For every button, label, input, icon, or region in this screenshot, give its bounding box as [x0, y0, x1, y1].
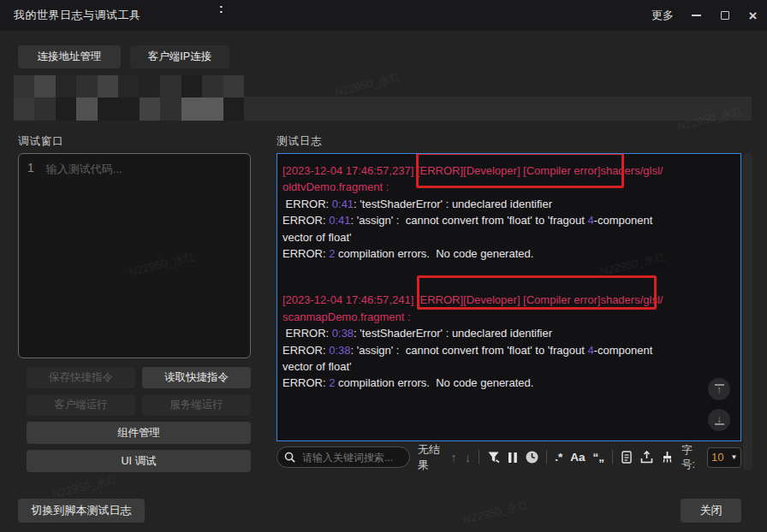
- server-run-button[interactable]: 服务端运行: [142, 394, 251, 416]
- line-number: 1: [27, 161, 34, 351]
- ui-debug-button[interactable]: UI 调试: [27, 450, 251, 472]
- tab-connection-address[interactable]: 连接地址管理: [18, 45, 121, 68]
- watermark: N22950_永红: [333, 69, 402, 101]
- search-input[interactable]: [300, 451, 396, 464]
- regex-icon[interactable]: .*: [555, 451, 562, 464]
- toolbar-separator: [546, 450, 547, 464]
- quotes-icon[interactable]: “„: [593, 451, 605, 464]
- load-shortcut-button[interactable]: 读取快捷指令: [142, 367, 251, 388]
- log-line: [2023-12-04 17:46:57,237] [ERROR][Develo…: [282, 163, 735, 179]
- filter-icon[interactable]: [487, 451, 500, 464]
- log-line: [2023-12-04 17:46:57,241] [ERROR][Develo…: [282, 292, 735, 308]
- redacted-colon: :: [219, 2, 223, 15]
- close-icon: ×: [749, 9, 758, 23]
- test-code-editor[interactable]: 1 输入测试代码...: [18, 153, 251, 358]
- close-button[interactable]: ×: [739, 0, 767, 31]
- title-bar: 我的世界日志与调试工具 更多 ×: [0, 0, 767, 31]
- search-box[interactable]: [276, 446, 410, 468]
- log-line: vector of float': [282, 358, 735, 375]
- toolbar-separator: [612, 450, 613, 464]
- tab-client-ip[interactable]: 客户端IP连接: [130, 45, 229, 68]
- clear-log-icon[interactable]: [661, 451, 674, 464]
- watermark: N22950_永红: [51, 471, 120, 503]
- log-content: [2023-12-04 17:46:57,237] [ERROR][Develo…: [277, 154, 740, 427]
- redacted-mosaic: [14, 75, 244, 121]
- chevron-down-icon: ▼: [731, 453, 738, 461]
- log-toolbar: 无结果 ↑ ↓ .* Aa “„: [276, 446, 741, 469]
- match-case-icon[interactable]: Aa: [570, 451, 585, 464]
- log-line: ERROR: 2 compilation errors. No code gen…: [282, 375, 735, 391]
- log-line: ERROR: 0:38: 'assign' : cannot convert f…: [282, 342, 735, 358]
- export-log-icon[interactable]: [640, 451, 653, 464]
- editor-placeholder: 输入测试代码...: [46, 161, 122, 351]
- log-line: ERROR: 2 compilation errors. No code gen…: [282, 245, 735, 262]
- log-line: ERROR: 0:41: 'assign' : cannot convert f…: [282, 212, 735, 228]
- minimize-button[interactable]: [682, 0, 711, 31]
- switch-script-log-button[interactable]: 切换到脚本测试日志: [18, 499, 145, 523]
- pause-icon[interactable]: [508, 452, 518, 464]
- log-line: scanmapDemo.fragment :: [282, 309, 735, 325]
- log-scrollbar[interactable]: [743, 153, 752, 470]
- minimize-icon: [692, 15, 701, 16]
- maximize-icon: [721, 11, 729, 20]
- scroll-to-bottom-button[interactable]: ↓: [708, 409, 730, 431]
- font-size-dropdown[interactable]: 10 ▼: [707, 447, 741, 468]
- toolbar-separator: [479, 450, 479, 464]
- component-manage-button[interactable]: 组件管理: [27, 422, 251, 444]
- debug-window-label: 调试窗口: [18, 134, 64, 149]
- no-results-text: 无结果: [418, 442, 443, 473]
- log-line: oldtvDemo.fragment :: [282, 179, 735, 195]
- clock-icon[interactable]: [526, 451, 538, 464]
- arrow-down-icon: ↓: [716, 415, 722, 423]
- log-line: vector of float': [282, 229, 735, 245]
- log-line: ERROR: 0:41: 'testShaderError' : undecla…: [282, 196, 735, 212]
- next-match-icon[interactable]: ↓: [465, 451, 472, 464]
- font-size-value: 10: [711, 451, 723, 464]
- window-controls: 更多 ×: [643, 0, 767, 31]
- search-icon: [284, 452, 295, 463]
- test-log-panel[interactable]: [2023-12-04 17:46:57,237] [ERROR][Develo…: [276, 153, 741, 441]
- log-line: ERROR: 0:38: 'testShaderError' : undecla…: [282, 325, 735, 341]
- watermark: N22950_永红: [461, 497, 531, 529]
- window-title: 我的世界日志与调试工具: [14, 8, 141, 23]
- app-window: 我的世界日志与调试工具 更多 × 连接地址管理 客户端IP连接 : 调试窗口 1…: [0, 0, 767, 532]
- font-size-label: 字号:: [681, 443, 699, 472]
- close-dialog-button[interactable]: 关闭: [681, 499, 741, 523]
- client-run-button[interactable]: 客户端运行: [27, 394, 135, 416]
- save-shortcut-button[interactable]: 保存快捷指令: [27, 367, 135, 388]
- test-log-label: 测试日志: [276, 134, 323, 149]
- more-button[interactable]: 更多: [643, 8, 682, 23]
- scroll-to-top-button[interactable]: ↑: [708, 378, 730, 400]
- maximize-button[interactable]: [711, 0, 739, 31]
- copy-log-icon[interactable]: [621, 451, 633, 464]
- prev-match-icon[interactable]: ↑: [450, 451, 457, 464]
- scroll-bottom-icon: [715, 423, 724, 425]
- arrow-up-icon: ↑: [716, 386, 722, 394]
